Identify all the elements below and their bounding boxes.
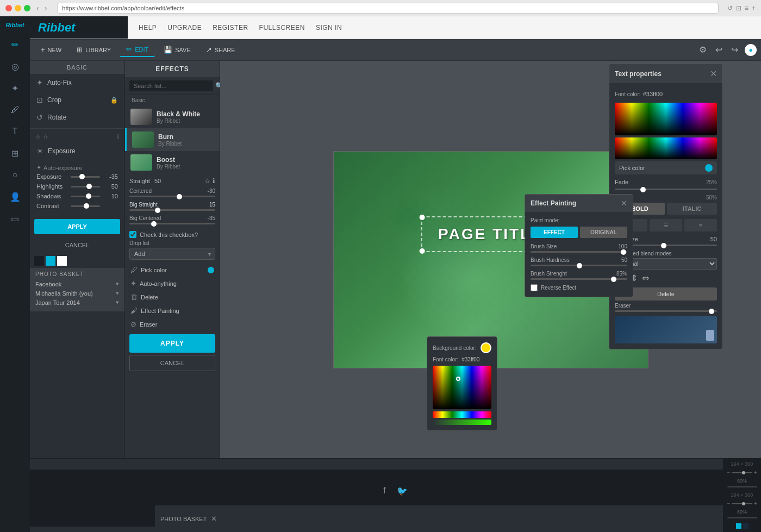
dropdown-select[interactable]: Add: [129, 248, 215, 260]
pb-close-button[interactable]: ✕: [211, 515, 217, 523]
big-straight-thumb[interactable]: [155, 208, 160, 213]
big-centered-slider[interactable]: [129, 223, 215, 224]
rt-dot-blue[interactable]: [736, 523, 741, 529]
dot-red[interactable]: [5, 5, 12, 11]
bg-color-dot[interactable]: [481, 342, 491, 353]
tp-fade-slider[interactable]: [615, 189, 717, 190]
pick-color-btn[interactable]: 🖊 Pick color: [125, 263, 220, 277]
exposure-thumb[interactable]: [79, 174, 85, 179]
highlights-slider[interactable]: [71, 186, 101, 187]
effect-item-bw[interactable]: Black & White By Ribbet: [125, 105, 220, 128]
forward-btn[interactable]: ›: [43, 4, 49, 12]
tp-size-thumb[interactable]: [661, 243, 666, 248]
rt-zoom-thumb2[interactable]: [742, 502, 745, 505]
shadows-thumb[interactable]: [86, 193, 91, 199]
shadows-slider[interactable]: [71, 196, 101, 197]
toolbar-new-btn[interactable]: + NEW: [34, 43, 68, 57]
contrast-slider[interactable]: [71, 205, 101, 207]
nav-link-fullscreen[interactable]: FULLSCREEN: [259, 24, 305, 32]
tp-pick-btn[interactable]: Pick color: [615, 161, 717, 174]
swatch-white[interactable]: [57, 256, 67, 266]
refresh-icon[interactable]: ↺: [727, 4, 733, 12]
ep-brush-size-thumb[interactable]: [621, 249, 626, 255]
ep-effect-btn[interactable]: EFFECT: [531, 227, 578, 238]
big-straight-slider[interactable]: [129, 209, 215, 211]
footer-facebook[interactable]: f: [383, 486, 385, 496]
tp-big-thumb[interactable]: [709, 309, 714, 314]
tool-exposure[interactable]: ☀ Exposure: [30, 142, 124, 160]
sidebar-icon-layers[interactable]: ⊞: [5, 143, 25, 163]
rt-dot-dark[interactable]: [743, 523, 748, 529]
sidebar-icon-sparkle[interactable]: ✦: [5, 78, 25, 98]
tp-secondary-picker[interactable]: [615, 137, 717, 159]
color-picker-bar[interactable]: [433, 366, 491, 409]
rt-zoom-minus[interactable]: −: [727, 470, 731, 475]
contrast-thumb[interactable]: [84, 203, 89, 209]
back-btn[interactable]: ‹: [35, 4, 41, 12]
effect-painting-btn[interactable]: 🖌 Effect Painting: [125, 304, 220, 317]
sidebar-icon-person[interactable]: 👤: [5, 187, 25, 206]
tp-align-right-btn[interactable]: ≡: [684, 219, 717, 231]
effect-item-burn[interactable]: Burn By Ribbet: [125, 128, 220, 151]
user-icon[interactable]: ●: [745, 44, 757, 56]
nav-link-help[interactable]: HELP: [139, 24, 157, 32]
tp-align-center-btn[interactable]: ☰: [650, 219, 682, 231]
undo-icon[interactable]: ↩: [713, 42, 725, 57]
rt-thumb-1[interactable]: [727, 486, 757, 487]
checkbox-input[interactable]: [129, 231, 136, 238]
ep-reverse-checkbox[interactable]: [531, 284, 538, 291]
tp-big-slider[interactable]: [615, 310, 717, 312]
effect-item-boost[interactable]: Boost By Ribbet: [125, 151, 220, 174]
tp-fade-thumb[interactable]: [640, 187, 646, 192]
footer-twitter[interactable]: 🐦: [397, 486, 408, 496]
big-apply-button[interactable]: APPLY: [129, 334, 215, 353]
color-picker-indicator[interactable]: [456, 377, 460, 381]
tool-rotate[interactable]: ↺ Rotate: [30, 109, 124, 126]
toolbar-edit-btn[interactable]: ✏ EDIT: [120, 42, 155, 57]
dot-green[interactable]: [24, 5, 30, 11]
handle-bl[interactable]: [419, 248, 425, 254]
delete-btn[interactable]: 🗑 Delete: [125, 290, 220, 304]
rt-zoom-plus[interactable]: +: [754, 470, 757, 475]
ep-close-button[interactable]: ✕: [621, 199, 627, 208]
tp-color-picker[interactable]: [615, 103, 717, 135]
sidebar-icon-circle[interactable]: ◎: [5, 57, 25, 76]
settings-icon[interactable]: ⚙: [697, 42, 709, 57]
tool-autofix[interactable]: ✦ Auto-Fix: [30, 74, 124, 91]
toolbar-share-btn[interactable]: ↗ SHARE: [199, 43, 242, 57]
big-cancel-button[interactable]: CANCEL: [129, 355, 215, 371]
sidebar-icon-text[interactable]: T: [5, 122, 25, 141]
rt-zoom-minus2[interactable]: −: [727, 500, 731, 506]
straight-slider[interactable]: [129, 196, 215, 197]
nav-link-upgrade[interactable]: UPGRADE: [167, 24, 202, 32]
ep-brush-hardness-thumb[interactable]: [577, 263, 582, 268]
bookmark-icon[interactable]: ⊡: [736, 4, 741, 12]
tp-flip-v-icon[interactable]: ⇔: [642, 273, 649, 283]
menu-icon[interactable]: ≡: [745, 4, 748, 12]
ep-brush-hardness-slider[interactable]: [531, 265, 627, 266]
rt-zoom-plus2[interactable]: +: [754, 500, 757, 506]
handle-tl[interactable]: [419, 215, 425, 220]
rt-zoom-slider2[interactable]: [732, 503, 752, 504]
apply-button[interactable]: APPLY: [34, 219, 120, 234]
rt-thumb-2[interactable]: [727, 517, 757, 518]
cancel-button-left[interactable]: CANCEL: [34, 239, 120, 252]
big-centered-thumb[interactable]: [151, 221, 157, 227]
pb-item-user[interactable]: Michaella Smith (you) ▾: [35, 290, 119, 297]
pb-item-facebook[interactable]: Facebook ▾: [35, 280, 119, 287]
pb-item-japan[interactable]: Japan Tour 2014 ▾: [35, 299, 119, 306]
sidebar-icon-rect[interactable]: ▭: [5, 209, 25, 228]
ep-brush-strength-slider[interactable]: [531, 278, 627, 280]
preset-star-icon[interactable]: ☆: [204, 177, 210, 185]
highlights-thumb[interactable]: [86, 184, 92, 189]
rt-zoom-thumb[interactable]: [742, 471, 745, 474]
sidebar-icon-edit[interactable]: ✏: [5, 35, 25, 54]
auto-anything-btn[interactable]: ✦ Auto-anything: [125, 277, 220, 290]
ep-brush-strength-thumb[interactable]: [611, 277, 616, 282]
preset-info-icon[interactable]: ℹ: [213, 177, 215, 185]
eraser-btn[interactable]: ⊘ Eraser: [125, 317, 220, 331]
swatch-blue[interactable]: [46, 256, 55, 266]
straight-thumb[interactable]: [177, 194, 182, 199]
exposure-slider[interactable]: [71, 176, 101, 178]
new-tab-icon[interactable]: +: [752, 4, 756, 12]
